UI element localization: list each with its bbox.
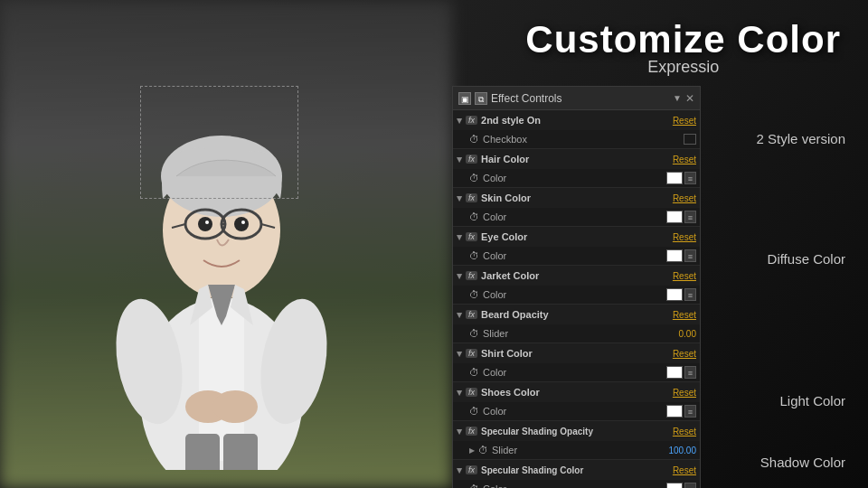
label-eye: Eye Color <box>481 231 669 242</box>
color-btn-shoes[interactable]: ≡ <box>684 405 696 418</box>
reset-jacket[interactable]: Reset <box>673 271 696 281</box>
label-shoes: Shoes Color <box>481 387 669 398</box>
row-eye-sub: ⏱ Color ≡ <box>453 247 700 265</box>
label-jacket: Jarket Color <box>481 270 669 281</box>
reset-eye[interactable]: Reset <box>673 232 696 242</box>
row-hair-sub: ⏱ Color ≡ <box>453 169 700 187</box>
fx-badge-shirt: fx <box>466 349 477 358</box>
title-area: Customize Color Expressio <box>525 18 841 77</box>
stopwatch-eye: ⏱ <box>469 250 479 261</box>
row-group-eye: ▶ fx Eye Color Reset ⏱ Color ≡ <box>453 227 700 266</box>
triangle-jacket: ▶ <box>456 273 464 278</box>
label-2nd-style: 2nd style On <box>481 115 669 126</box>
expand-specular[interactable]: ▶ <box>469 446 475 455</box>
sublabel-2nd-style: Checkbox <box>483 134 682 145</box>
triangle-2nd-style: ▶ <box>456 117 464 123</box>
fx-badge-specular-color: fx <box>466 465 477 474</box>
character-svg <box>68 18 375 470</box>
row-jacket-sub: ⏱ Color ≡ <box>453 286 700 304</box>
label-beard: Beard Opacity <box>481 309 669 320</box>
effect-controls-panel: ▣ ⧉ Effect Controls ▼ ✕ ▶ fx 2nd style O… <box>452 86 701 488</box>
color-btn-jacket[interactable]: ≡ <box>684 288 696 301</box>
stopwatch-shirt: ⏱ <box>469 367 479 378</box>
reset-specular-opacity[interactable]: Reset <box>673 427 696 436</box>
panel-close-button[interactable]: ✕ <box>685 92 694 105</box>
color-btn-shirt[interactable]: ≡ <box>684 366 696 379</box>
panel-menu-arrow[interactable]: ▼ <box>673 93 682 103</box>
fx-badge-jacket: fx <box>466 271 477 280</box>
row-hair-main[interactable]: ▶ fx Hair Color Reset <box>453 149 700 169</box>
reset-skin[interactable]: Reset <box>673 193 696 203</box>
panel-icon-1: ▣ <box>458 92 471 105</box>
sublabel-skin: Color <box>483 211 663 222</box>
color-swatch-skin[interactable] <box>666 211 683 223</box>
label-light: Light Color <box>779 393 845 408</box>
fx-badge-hair: fx <box>466 155 477 164</box>
svg-point-14 <box>198 217 212 231</box>
triangle-shoes: ▶ <box>456 389 464 395</box>
color-btn-hair[interactable]: ≡ <box>684 172 696 184</box>
row-beard-main[interactable]: ▶ fx Beard Opacity Reset <box>453 305 700 324</box>
row-specular-opacity-sub1: ▶ ⏱ Slider 100.00 <box>453 441 700 459</box>
row-group-jacket: ▶ fx Jarket Color Reset ⏱ Color ≡ <box>453 266 700 305</box>
svg-point-15 <box>234 217 249 231</box>
label-hair: Hair Color <box>481 154 669 164</box>
stopwatch-beard: ⏱ <box>469 328 479 339</box>
reset-hair[interactable]: Reset <box>673 155 696 164</box>
row-shirt-sub: ⏱ Color ≡ <box>453 363 700 381</box>
row-skin-main[interactable]: ▶ fx Skin Color Reset <box>453 188 700 208</box>
checkbox-2nd-style[interactable] <box>684 134 696 145</box>
stopwatch-skin: ⏱ <box>469 211 479 222</box>
row-2nd-style-main[interactable]: ▶ fx 2nd style On Reset <box>453 110 700 130</box>
color-swatch-shirt[interactable] <box>666 366 683 379</box>
sublabel-beard: Slider <box>483 328 667 339</box>
stopwatch-specular-color: ⏱ <box>469 483 479 488</box>
color-swatch-specular[interactable] <box>666 483 683 488</box>
color-btn-skin[interactable]: ≡ <box>684 211 696 223</box>
row-group-hair: ▶ fx Hair Color Reset ⏱ Color ≡ <box>453 149 700 188</box>
row-shoes-sub: ⏱ Color ≡ <box>453 402 700 420</box>
row-group-2nd-style: ▶ fx 2nd style On Reset ⏱ Checkbox <box>453 110 700 149</box>
row-specular-color-sub: ⏱ Color ≡ <box>453 480 700 488</box>
svg-point-5 <box>212 390 258 423</box>
svg-rect-18 <box>185 434 220 470</box>
color-swatch-hair[interactable] <box>666 172 683 184</box>
fx-badge-specular-opacity: fx <box>466 427 477 436</box>
row-eye-main[interactable]: ▶ fx Eye Color Reset <box>453 227 700 247</box>
row-group-shirt: ▶ fx Shirt Color Reset ⏱ Color ≡ <box>453 343 700 382</box>
label-specular-opacity: Specular Shading Opacity <box>481 427 669 436</box>
reset-shirt[interactable]: Reset <box>673 349 696 359</box>
sublabel-specular-color: Color <box>483 483 663 488</box>
stopwatch-2nd-style: ⏱ <box>469 134 479 145</box>
reset-shoes[interactable]: Reset <box>673 388 696 398</box>
color-swatch-shoes[interactable] <box>666 405 683 418</box>
row-specular-opacity-main[interactable]: ▶ fx Specular Shading Opacity Reset <box>453 421 700 441</box>
fx-badge-shoes: fx <box>466 388 477 397</box>
row-jacket-main[interactable]: ▶ fx Jarket Color Reset <box>453 266 700 286</box>
panel-body: ▶ fx 2nd style On Reset ⏱ Checkbox ▶ fx … <box>453 110 700 488</box>
row-2nd-style-sub: ⏱ Checkbox <box>453 130 700 148</box>
color-btn-eye[interactable]: ≡ <box>684 249 696 262</box>
reset-2nd-style[interactable]: Reset <box>673 116 696 126</box>
row-shirt-main[interactable]: ▶ fx Shirt Color Reset <box>453 343 700 363</box>
reset-specular-color[interactable]: Reset <box>673 465 696 475</box>
character-area <box>0 0 443 488</box>
sublabel-specular-opacity: Slider <box>492 445 666 455</box>
sublabel-shirt: Color <box>483 367 663 378</box>
slider-value-beard: 0.00 <box>669 329 696 339</box>
color-btn-specular[interactable]: ≡ <box>684 483 696 488</box>
color-swatch-eye[interactable] <box>666 249 683 262</box>
row-specular-color-main[interactable]: ▶ fx Specular Shading Color Reset <box>453 460 700 480</box>
reset-beard[interactable]: Reset <box>673 310 696 320</box>
row-beard-sub: ⏱ Slider 0.00 <box>453 324 700 343</box>
row-group-specular-color: ▶ fx Specular Shading Color Reset ⏱ Colo… <box>453 460 700 488</box>
label-shadow: Shadow Color <box>760 455 845 470</box>
fx-badge-eye: fx <box>466 232 477 241</box>
color-swatch-jacket[interactable] <box>666 288 683 301</box>
row-shoes-main[interactable]: ▶ fx Shoes Color Reset <box>453 382 700 402</box>
panel-icon-2: ⧉ <box>475 92 487 105</box>
sublabel-eye: Color <box>483 250 663 261</box>
triangle-hair: ▶ <box>456 156 464 162</box>
row-group-beard: ▶ fx Beard Opacity Reset ⏱ Slider 0.00 <box>453 305 700 343</box>
panel-title: Effect Controls <box>491 92 669 105</box>
